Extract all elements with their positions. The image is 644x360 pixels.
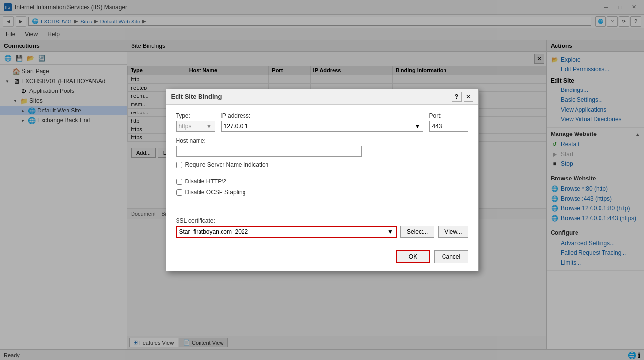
ssl-row: Star_firatboyan.com_2022 ▼ Select... Vie… — [176, 226, 468, 238]
hostname-input[interactable] — [176, 146, 362, 157]
port-label: Port: — [429, 112, 468, 119]
modal-title-bar: Edit Site Binding ? ✕ — [166, 89, 478, 105]
sni-checkbox[interactable] — [176, 162, 182, 168]
ssl-section: SSL certificate: Star_firatboyan.com_202… — [176, 217, 468, 238]
ssl-dropdown-icon: ▼ — [387, 228, 393, 235]
ip-dropdown-icon: ▼ — [415, 123, 421, 130]
ocsp-checkbox[interactable] — [176, 189, 182, 196]
form-row-type-ip-port: Type: https ▼ IP address: 127.0.0.1 ▼ Po… — [176, 112, 468, 132]
modal-body: Type: https ▼ IP address: 127.0.0.1 ▼ Po… — [166, 105, 478, 246]
ip-label: IP address: — [221, 112, 423, 119]
select-button[interactable]: Select... — [400, 226, 434, 238]
ocsp-label: Disable OCSP Stapling — [185, 189, 246, 196]
ok-button[interactable]: OK — [396, 250, 430, 263]
port-input[interactable]: 443 — [429, 121, 468, 132]
view-button[interactable]: View... — [438, 226, 468, 238]
type-dropdown-icon: ▼ — [206, 123, 212, 130]
form-group-hostname: Host name: — [176, 137, 468, 157]
modal-close-button[interactable]: ✕ — [464, 92, 473, 102]
ssl-label: SSL certificate: — [176, 217, 468, 224]
ip-select[interactable]: 127.0.0.1 ▼ — [221, 121, 423, 132]
ssl-cert-value: Star_firatboyan.com_2022 — [179, 228, 248, 235]
checkbox-row-http2: Disable HTTP/2 — [176, 178, 468, 185]
modal-footer: OK Cancel — [166, 246, 478, 271]
sni-label: Require Server Name Indication — [185, 161, 269, 168]
type-label: Type: — [176, 112, 215, 119]
form-group-port: Port: 443 — [429, 112, 468, 132]
checkbox-row-ocsp: Disable OCSP Stapling — [176, 189, 468, 196]
modal-overlay[interactable]: Edit Site Binding ? ✕ Type: https ▼ IP a… — [0, 0, 644, 360]
edit-site-binding-dialog: Edit Site Binding ? ✕ Type: https ▼ IP a… — [166, 89, 479, 271]
http2-label: Disable HTTP/2 — [185, 178, 227, 185]
hostname-label: Host name: — [176, 137, 468, 144]
ssl-certificate-select[interactable]: Star_firatboyan.com_2022 ▼ — [176, 226, 397, 238]
type-select[interactable]: https ▼ — [176, 121, 215, 132]
http2-checkbox[interactable] — [176, 179, 182, 185]
cancel-button[interactable]: Cancel — [434, 250, 468, 263]
form-group-ip: IP address: 127.0.0.1 ▼ — [221, 112, 423, 132]
checkbox-row-sni: Require Server Name Indication — [176, 161, 468, 168]
form-group-type: Type: https ▼ — [176, 112, 215, 132]
modal-title: Edit Site Binding — [171, 93, 222, 100]
modal-help-button[interactable]: ? — [452, 92, 462, 102]
